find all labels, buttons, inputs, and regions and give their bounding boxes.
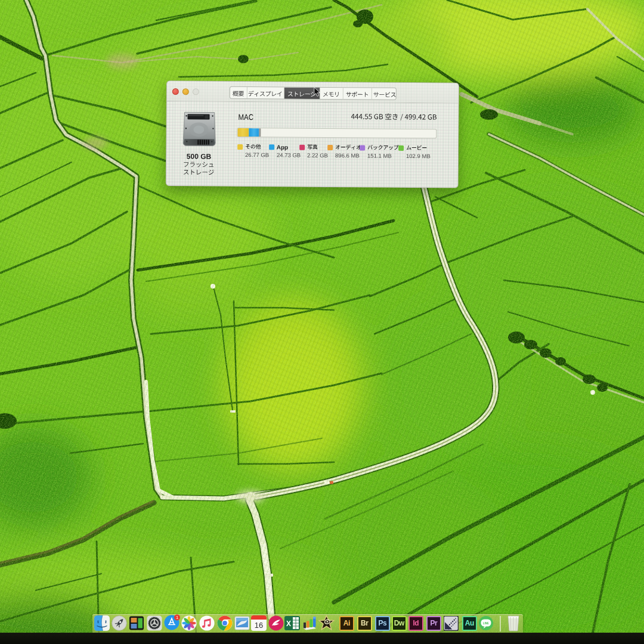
svg-text:LINE: LINE [483, 622, 489, 625]
svg-text:16: 16 [255, 621, 263, 630]
svg-text:1: 1 [176, 615, 178, 620]
svg-text:X: X [286, 620, 291, 628]
